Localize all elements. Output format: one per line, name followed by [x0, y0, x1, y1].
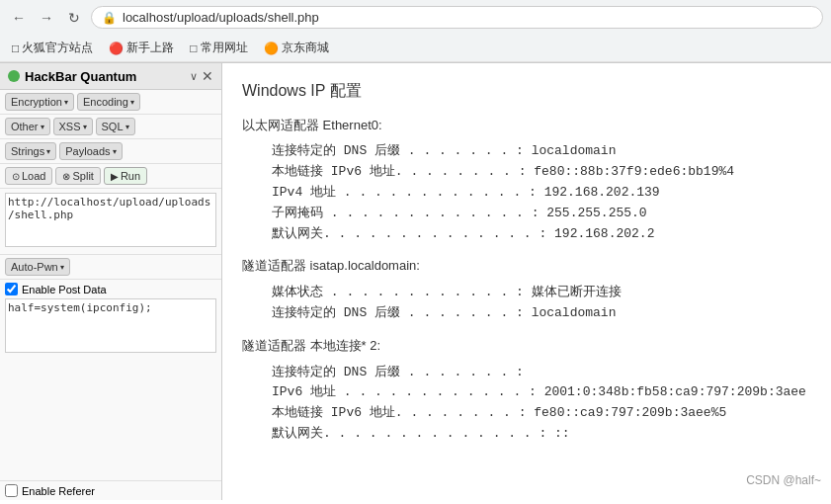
other-label: Other [11, 121, 39, 132]
bookmark-icon-newbie: 🔴 [109, 42, 124, 55]
bookmark-icon-common: □ [190, 42, 197, 55]
hackbar-status-dot [8, 70, 20, 82]
address-text: localhost/upload/uploads/shell.php [123, 10, 812, 25]
entry-2-2: 本地链接 IPv6 地址. . . . . . . . : fe80::ca9:… [242, 403, 811, 424]
toolbar-row-actions: ⊙ Load ⊗ Split ▶ Run [0, 164, 221, 189]
post-data-container [5, 298, 216, 356]
encryption-label: Encryption [11, 96, 62, 108]
payloads-label: Payloads [65, 145, 110, 157]
toolbar-row-2: Other ▾ XSS ▾ SQL ▾ [0, 115, 221, 139]
enable-post-label: Enable Post Data [22, 284, 107, 295]
bookmarks-bar: □ 火狐官方站点 🔴 新手上路 □ 常用网址 🟠 京东商城 [0, 35, 831, 62]
sql-arrow-icon: ▾ [125, 123, 129, 131]
bookmark-label-firefox: 火狐官方站点 [22, 40, 93, 56]
bookmark-label-newbie: 新手上路 [126, 40, 174, 56]
xss-dropdown[interactable]: XSS ▾ [53, 118, 93, 135]
content-section-0: 以太网适配器 Ethernet0:连接特定的 DNS 后缀 . . . . . … [242, 116, 811, 245]
other-dropdown[interactable]: Other ▾ [5, 118, 50, 135]
entry-2-1: IPv6 地址 . . . . . . . . . . . . : 2001:0… [242, 382, 811, 403]
encryption-arrow-icon: ▾ [64, 98, 68, 107]
load-icon: ⊙ [12, 171, 20, 182]
payloads-dropdown[interactable]: Payloads ▾ [59, 142, 122, 160]
autopwn-dropdown[interactable]: Auto-Pwn ▾ [5, 258, 70, 276]
watermark: CSDN @half~ [746, 471, 821, 490]
content-section-1: 隧道适配器 isatap.localdomain:媒体状态 . . . . . … [242, 256, 811, 323]
toolbar-row-3: Strings ▾ Payloads ▾ [0, 139, 221, 164]
browser-nav: ← → ↻ 🔒 localhost/upload/uploads/shell.p… [0, 0, 831, 35]
refresh-button[interactable]: ↻ [63, 7, 85, 29]
forward-button[interactable]: → [36, 7, 57, 29]
split-label: Split [72, 170, 93, 182]
entry-0-1: 本地链接 IPv6 地址. . . . . . . . : fe80::88b:… [242, 162, 811, 183]
url-input-container [5, 193, 216, 250]
content-section-2: 隧道适配器 本地连接* 2:连接特定的 DNS 后缀 . . . . . . .… [242, 336, 811, 445]
bookmark-label-common: 常用网址 [201, 40, 248, 56]
hackbar-panel: HackBar Quantum ∨ ✕ Encryption ▾ Encodin… [0, 63, 222, 500]
encoding-dropdown[interactable]: Encoding ▾ [77, 93, 140, 111]
bookmark-icon-jd: 🟠 [264, 42, 279, 55]
entry-2-3: 默认网关. . . . . . . . . . . . . . : :: [242, 424, 811, 445]
split-button[interactable]: ⊗ Split [55, 167, 100, 185]
bookmark-newbie[interactable]: 🔴 新手上路 [105, 38, 178, 58]
enable-referer-checkbox[interactable] [5, 484, 18, 497]
run-label: Run [121, 170, 140, 182]
enable-post-checkbox[interactable] [5, 283, 18, 295]
xss-arrow-icon: ▾ [83, 123, 87, 131]
enable-post-row: Enable Post Data [0, 280, 221, 298]
bookmark-label-jd: 京东商城 [282, 40, 329, 56]
content-sections: 以太网适配器 Ethernet0:连接特定的 DNS 后缀 . . . . . … [242, 116, 811, 445]
load-button[interactable]: ⊙ Load [5, 167, 52, 185]
back-button[interactable]: ← [8, 7, 30, 29]
url-input[interactable] [5, 193, 216, 247]
strings-arrow-icon: ▾ [46, 147, 50, 156]
content-title: Windows IP 配置 [242, 78, 811, 104]
main-area: HackBar Quantum ∨ ✕ Encryption ▾ Encodin… [0, 63, 831, 500]
address-bar[interactable]: 🔒 localhost/upload/uploads/shell.php [91, 6, 823, 29]
entry-2-0: 连接特定的 DNS 后缀 . . . . . . . : [242, 363, 811, 383]
load-label: Load [22, 170, 45, 182]
hackbar-close-button[interactable]: ✕ [202, 68, 213, 84]
toolbar-row-1: Encryption ▾ Encoding ▾ [0, 90, 221, 115]
hackbar-title-text: HackBar Quantum [25, 69, 136, 84]
entry-1-1: 连接特定的 DNS 后缀 . . . . . . . : localdomain [242, 303, 811, 324]
bookmark-firefox[interactable]: □ 火狐官方站点 [8, 38, 97, 58]
hackbar-title: HackBar Quantum [8, 69, 136, 84]
entry-0-4: 默认网关. . . . . . . . . . . . . . : 192.16… [242, 224, 811, 245]
bookmark-jd[interactable]: 🟠 京东商城 [260, 38, 333, 58]
hackbar-expand-button[interactable]: ∨ [190, 70, 198, 83]
payloads-arrow-icon: ▾ [113, 147, 117, 156]
autopwn-row: Auto-Pwn ▾ [0, 254, 221, 280]
enable-referer-label: Enable Referer [22, 485, 95, 497]
entry-0-2: IPv4 地址 . . . . . . . . . . . . : 192.16… [242, 183, 811, 204]
strings-label: Strings [11, 145, 44, 157]
strings-dropdown[interactable]: Strings ▾ [5, 142, 56, 160]
xss-label: XSS [59, 121, 81, 132]
bookmark-icon-firefox: □ [12, 42, 19, 55]
run-icon: ▶ [111, 171, 119, 182]
entry-0-3: 子网掩码 . . . . . . . . . . . . . : 255.255… [242, 204, 811, 224]
security-icon: 🔒 [102, 11, 117, 25]
autopwn-arrow-icon: ▾ [60, 263, 64, 272]
other-arrow-icon: ▾ [41, 123, 44, 131]
run-button[interactable]: ▶ Run [104, 167, 147, 185]
browser-chrome: ← → ↻ 🔒 localhost/upload/uploads/shell.p… [0, 0, 831, 63]
encoding-arrow-icon: ▾ [130, 98, 134, 107]
sql-dropdown[interactable]: SQL ▾ [96, 118, 135, 135]
section-header-2: 隧道适配器 本地连接* 2: [242, 336, 811, 357]
split-icon: ⊗ [62, 171, 70, 182]
sql-label: SQL [102, 121, 124, 132]
section-header-1: 隧道适配器 isatap.localdomain: [242, 256, 811, 277]
entry-1-0: 媒体状态 . . . . . . . . . . . . : 媒体已断开连接 [242, 283, 811, 303]
encryption-dropdown[interactable]: Encryption ▾ [5, 93, 74, 111]
entry-0-0: 连接特定的 DNS 后缀 . . . . . . . : localdomain [242, 141, 811, 162]
post-data-input[interactable] [5, 298, 216, 353]
enable-referer-row: Enable Referer [0, 480, 221, 500]
autopwn-label: Auto-Pwn [11, 261, 58, 273]
encoding-label: Encoding [83, 96, 128, 108]
hackbar-header: HackBar Quantum ∨ ✕ [0, 63, 221, 90]
hackbar-controls: ∨ ✕ [190, 68, 213, 84]
section-header-0: 以太网适配器 Ethernet0: [242, 116, 811, 136]
content-pane: Windows IP 配置 以太网适配器 Ethernet0:连接特定的 DNS… [222, 63, 831, 500]
bookmark-common[interactable]: □ 常用网址 [186, 38, 251, 58]
